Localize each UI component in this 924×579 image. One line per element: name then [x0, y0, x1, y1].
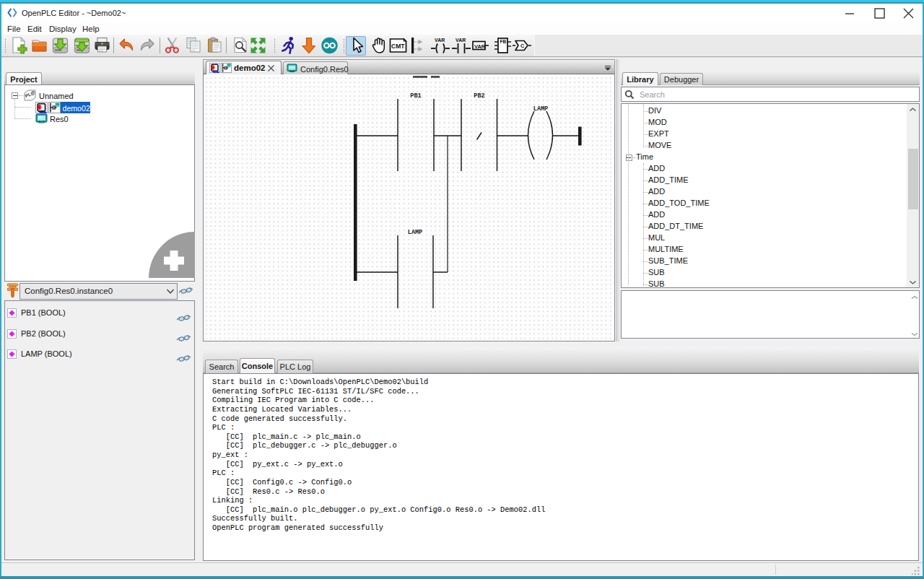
svg-text:PB2: PB2 [474, 92, 484, 100]
svg-text:LAMP: LAMP [533, 105, 548, 113]
svg-text:CMT: CMT [391, 43, 405, 50]
svg-text:VAR: VAR [474, 43, 486, 50]
svg-text:C: C [520, 43, 525, 49]
svg-text:LAMP: LAMP [408, 229, 422, 236]
svg-text:PB1: PB1 [410, 92, 421, 100]
svg-text:FB: FB [500, 39, 507, 44]
svg-text:VAR: VAR [456, 38, 466, 43]
svg-text:VAR: VAR [435, 38, 445, 43]
